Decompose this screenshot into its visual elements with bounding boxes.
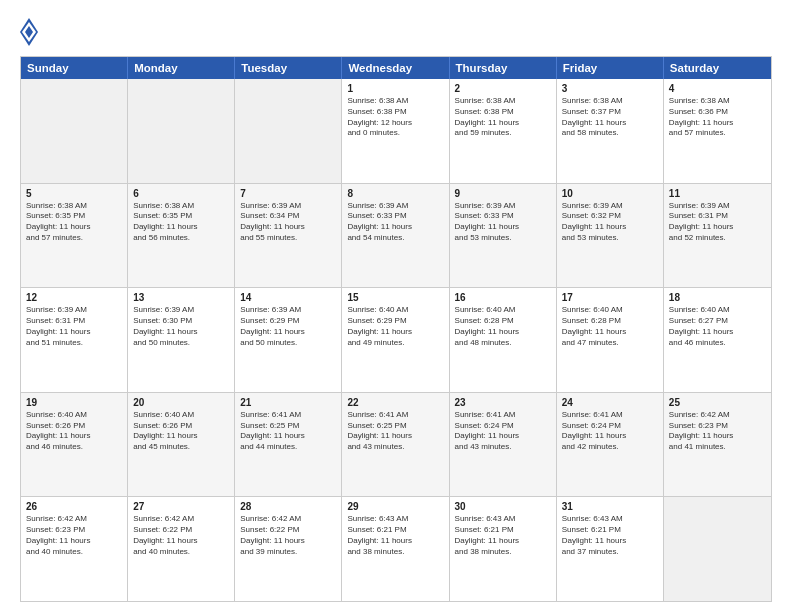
day-info: Sunrise: 6:38 AM Sunset: 6:35 PM Dayligh… (26, 201, 122, 244)
calendar-header: SundayMondayTuesdayWednesdayThursdayFrid… (21, 57, 771, 79)
day-number: 18 (669, 292, 766, 303)
day-number: 9 (455, 188, 551, 199)
day-info: Sunrise: 6:39 AM Sunset: 6:30 PM Dayligh… (133, 305, 229, 348)
day-info: Sunrise: 6:42 AM Sunset: 6:23 PM Dayligh… (669, 410, 766, 453)
day-info: Sunrise: 6:39 AM Sunset: 6:31 PM Dayligh… (26, 305, 122, 348)
calendar-row-0: 1Sunrise: 6:38 AM Sunset: 6:38 PM Daylig… (21, 79, 771, 184)
cal-cell (664, 497, 771, 601)
cal-cell: 4Sunrise: 6:38 AM Sunset: 6:36 PM Daylig… (664, 79, 771, 183)
calendar: SundayMondayTuesdayWednesdayThursdayFrid… (20, 56, 772, 602)
header-day-monday: Monday (128, 57, 235, 79)
day-info: Sunrise: 6:38 AM Sunset: 6:37 PM Dayligh… (562, 96, 658, 139)
cal-cell: 21Sunrise: 6:41 AM Sunset: 6:25 PM Dayli… (235, 393, 342, 497)
day-number: 28 (240, 501, 336, 512)
day-info: Sunrise: 6:40 AM Sunset: 6:27 PM Dayligh… (669, 305, 766, 348)
day-number: 12 (26, 292, 122, 303)
page: SundayMondayTuesdayWednesdayThursdayFrid… (0, 0, 792, 612)
day-info: Sunrise: 6:42 AM Sunset: 6:23 PM Dayligh… (26, 514, 122, 557)
day-info: Sunrise: 6:43 AM Sunset: 6:21 PM Dayligh… (455, 514, 551, 557)
day-info: Sunrise: 6:39 AM Sunset: 6:33 PM Dayligh… (347, 201, 443, 244)
cal-cell: 26Sunrise: 6:42 AM Sunset: 6:23 PM Dayli… (21, 497, 128, 601)
calendar-row-2: 12Sunrise: 6:39 AM Sunset: 6:31 PM Dayli… (21, 288, 771, 393)
cal-cell: 30Sunrise: 6:43 AM Sunset: 6:21 PM Dayli… (450, 497, 557, 601)
day-number: 31 (562, 501, 658, 512)
calendar-body: 1Sunrise: 6:38 AM Sunset: 6:38 PM Daylig… (21, 79, 771, 601)
day-info: Sunrise: 6:43 AM Sunset: 6:21 PM Dayligh… (347, 514, 443, 557)
header-day-sunday: Sunday (21, 57, 128, 79)
day-info: Sunrise: 6:41 AM Sunset: 6:25 PM Dayligh… (347, 410, 443, 453)
cal-cell: 11Sunrise: 6:39 AM Sunset: 6:31 PM Dayli… (664, 184, 771, 288)
cal-cell: 2Sunrise: 6:38 AM Sunset: 6:38 PM Daylig… (450, 79, 557, 183)
header-day-wednesday: Wednesday (342, 57, 449, 79)
day-info: Sunrise: 6:42 AM Sunset: 6:22 PM Dayligh… (240, 514, 336, 557)
logo (20, 18, 41, 46)
day-info: Sunrise: 6:38 AM Sunset: 6:35 PM Dayligh… (133, 201, 229, 244)
cal-cell (21, 79, 128, 183)
cal-cell: 3Sunrise: 6:38 AM Sunset: 6:37 PM Daylig… (557, 79, 664, 183)
day-info: Sunrise: 6:40 AM Sunset: 6:26 PM Dayligh… (133, 410, 229, 453)
day-info: Sunrise: 6:39 AM Sunset: 6:29 PM Dayligh… (240, 305, 336, 348)
day-info: Sunrise: 6:41 AM Sunset: 6:24 PM Dayligh… (455, 410, 551, 453)
day-info: Sunrise: 6:40 AM Sunset: 6:28 PM Dayligh… (562, 305, 658, 348)
day-number: 15 (347, 292, 443, 303)
day-info: Sunrise: 6:42 AM Sunset: 6:22 PM Dayligh… (133, 514, 229, 557)
day-number: 1 (347, 83, 443, 94)
day-info: Sunrise: 6:40 AM Sunset: 6:29 PM Dayligh… (347, 305, 443, 348)
day-number: 24 (562, 397, 658, 408)
day-number: 4 (669, 83, 766, 94)
cal-cell: 15Sunrise: 6:40 AM Sunset: 6:29 PM Dayli… (342, 288, 449, 392)
day-number: 3 (562, 83, 658, 94)
cal-cell: 16Sunrise: 6:40 AM Sunset: 6:28 PM Dayli… (450, 288, 557, 392)
cal-cell: 29Sunrise: 6:43 AM Sunset: 6:21 PM Dayli… (342, 497, 449, 601)
calendar-row-1: 5Sunrise: 6:38 AM Sunset: 6:35 PM Daylig… (21, 184, 771, 289)
cal-cell: 24Sunrise: 6:41 AM Sunset: 6:24 PM Dayli… (557, 393, 664, 497)
header-day-tuesday: Tuesday (235, 57, 342, 79)
day-info: Sunrise: 6:43 AM Sunset: 6:21 PM Dayligh… (562, 514, 658, 557)
day-number: 29 (347, 501, 443, 512)
header-day-thursday: Thursday (450, 57, 557, 79)
day-info: Sunrise: 6:38 AM Sunset: 6:38 PM Dayligh… (347, 96, 443, 139)
cal-cell: 8Sunrise: 6:39 AM Sunset: 6:33 PM Daylig… (342, 184, 449, 288)
day-number: 7 (240, 188, 336, 199)
cal-cell: 9Sunrise: 6:39 AM Sunset: 6:33 PM Daylig… (450, 184, 557, 288)
cal-cell: 6Sunrise: 6:38 AM Sunset: 6:35 PM Daylig… (128, 184, 235, 288)
day-info: Sunrise: 6:41 AM Sunset: 6:24 PM Dayligh… (562, 410, 658, 453)
header-day-saturday: Saturday (664, 57, 771, 79)
day-number: 23 (455, 397, 551, 408)
day-info: Sunrise: 6:39 AM Sunset: 6:34 PM Dayligh… (240, 201, 336, 244)
day-info: Sunrise: 6:41 AM Sunset: 6:25 PM Dayligh… (240, 410, 336, 453)
day-info: Sunrise: 6:39 AM Sunset: 6:32 PM Dayligh… (562, 201, 658, 244)
day-number: 22 (347, 397, 443, 408)
day-number: 6 (133, 188, 229, 199)
day-number: 5 (26, 188, 122, 199)
cal-cell: 5Sunrise: 6:38 AM Sunset: 6:35 PM Daylig… (21, 184, 128, 288)
cal-cell: 13Sunrise: 6:39 AM Sunset: 6:30 PM Dayli… (128, 288, 235, 392)
day-info: Sunrise: 6:39 AM Sunset: 6:33 PM Dayligh… (455, 201, 551, 244)
day-number: 16 (455, 292, 551, 303)
day-number: 27 (133, 501, 229, 512)
cal-cell: 17Sunrise: 6:40 AM Sunset: 6:28 PM Dayli… (557, 288, 664, 392)
cal-cell: 20Sunrise: 6:40 AM Sunset: 6:26 PM Dayli… (128, 393, 235, 497)
header-day-friday: Friday (557, 57, 664, 79)
calendar-row-3: 19Sunrise: 6:40 AM Sunset: 6:26 PM Dayli… (21, 393, 771, 498)
day-number: 30 (455, 501, 551, 512)
day-number: 11 (669, 188, 766, 199)
day-info: Sunrise: 6:38 AM Sunset: 6:38 PM Dayligh… (455, 96, 551, 139)
cal-cell (235, 79, 342, 183)
cal-cell: 10Sunrise: 6:39 AM Sunset: 6:32 PM Dayli… (557, 184, 664, 288)
day-number: 19 (26, 397, 122, 408)
cal-cell: 1Sunrise: 6:38 AM Sunset: 6:38 PM Daylig… (342, 79, 449, 183)
day-number: 21 (240, 397, 336, 408)
cal-cell: 12Sunrise: 6:39 AM Sunset: 6:31 PM Dayli… (21, 288, 128, 392)
cal-cell: 22Sunrise: 6:41 AM Sunset: 6:25 PM Dayli… (342, 393, 449, 497)
day-number: 8 (347, 188, 443, 199)
logo-icon (20, 18, 38, 46)
day-number: 17 (562, 292, 658, 303)
day-info: Sunrise: 6:38 AM Sunset: 6:36 PM Dayligh… (669, 96, 766, 139)
cal-cell: 19Sunrise: 6:40 AM Sunset: 6:26 PM Dayli… (21, 393, 128, 497)
day-number: 13 (133, 292, 229, 303)
cal-cell: 28Sunrise: 6:42 AM Sunset: 6:22 PM Dayli… (235, 497, 342, 601)
calendar-row-4: 26Sunrise: 6:42 AM Sunset: 6:23 PM Dayli… (21, 497, 771, 601)
cal-cell (128, 79, 235, 183)
day-number: 2 (455, 83, 551, 94)
